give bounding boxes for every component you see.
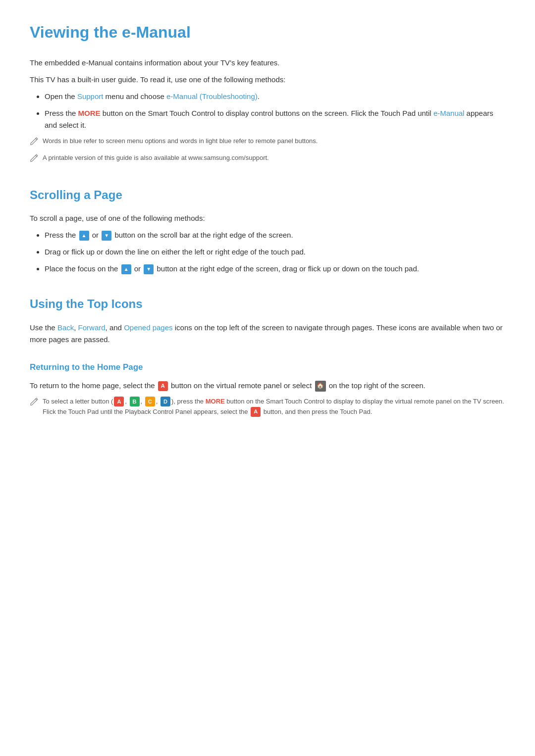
scroll-b1-end: button on the scroll bar at the right ed… <box>112 231 293 239</box>
intro-line2: This TV has a built-in user guide. To re… <box>30 74 505 86</box>
scroll-bullet-2: Drag or flick up or down the line on eit… <box>45 246 505 258</box>
bullet1-mid: menu and choose <box>103 92 166 101</box>
scroll-b1-or: or <box>90 231 101 239</box>
bullet-2: Press the MORE button on the Smart Touch… <box>45 107 505 131</box>
home-title: Returning to the Home Page <box>30 360 505 374</box>
arrow-up-1: ▲ <box>79 231 89 241</box>
bullet2-pre: Press the <box>45 109 78 117</box>
home-pre: To return to the home page, select the <box>30 381 157 390</box>
scroll-b3-pre: Place the focus on the <box>45 264 120 273</box>
pencil-icon-3 <box>30 397 39 409</box>
arrow-down-1: ▼ <box>102 231 111 241</box>
home-end: on the top right of the screen. <box>327 381 426 390</box>
emanual-link: e-Manual (Troubleshooting) <box>166 92 258 101</box>
home-note: To select a letter button (A, B, C, D), … <box>30 397 505 417</box>
home-note-sep3: , <box>156 398 160 405</box>
home-note-b: B <box>130 397 140 406</box>
intro-line1: The embedded e-Manual contains informati… <box>30 57 505 69</box>
top-icons-comma1: , <box>74 323 78 332</box>
scroll-b3-or: or <box>132 264 143 273</box>
home-note-mid: ), press the <box>171 398 206 405</box>
home-note-text: To select a letter button (A, B, C, D), … <box>43 397 505 417</box>
home-intro: To return to the home page, select the A… <box>30 380 505 392</box>
bullet1-pre: Open the <box>45 92 77 101</box>
forward-link: Forward <box>78 323 106 332</box>
home-note-pre: To select a letter button ( <box>43 398 113 405</box>
page-title: Viewing the e-Manual <box>30 20 505 45</box>
more-button-ref: MORE <box>78 109 101 117</box>
home-note-c: C <box>145 397 155 406</box>
bullet-1: Open the Support menu and choose e-Manua… <box>45 91 505 102</box>
scroll-bullet-3: Place the focus on the ▲ or ▼ button at … <box>45 263 505 275</box>
top-icons-title: Using the Top Icons <box>30 295 505 313</box>
top-icons-intro: Use the Back, Forward, and Opened pages … <box>30 322 505 346</box>
home-icon: 🏠 <box>315 381 326 392</box>
bullet2-mid: button on the Smart Touch Control to dis… <box>101 109 433 117</box>
intro-bullets: Open the Support menu and choose e-Manua… <box>45 91 505 131</box>
pencil-icon-2 <box>30 153 39 166</box>
scroll-bullet-1: Press the ▲ or ▼ button on the scroll ba… <box>45 229 505 241</box>
opened-link: Opened pages <box>124 323 172 332</box>
emanual-link-2: e-Manual <box>433 109 465 117</box>
home-note-a: A <box>114 397 124 406</box>
scrolling-intro: To scroll a page, use of one of the foll… <box>30 212 505 224</box>
note-1: Words in blue refer to screen menu optio… <box>30 136 505 149</box>
scroll-b3-end: button at the right edge of the screen, … <box>155 264 419 273</box>
note-2-text: A printable version of this guide is als… <box>43 153 269 163</box>
home-note-final: button, and then press the Touch Pad. <box>262 408 372 415</box>
home-note-a2: A <box>251 407 261 417</box>
more-btn-ref2: MORE <box>206 398 225 405</box>
bullet1-end: . <box>258 92 260 101</box>
back-link: Back <box>57 323 74 332</box>
top-icons-pre: Use the <box>30 323 57 332</box>
note-2: A printable version of this guide is als… <box>30 153 505 166</box>
scrolling-bullets: Press the ▲ or ▼ button on the scroll ba… <box>45 229 505 275</box>
scrolling-title: Scrolling a Page <box>30 186 505 204</box>
top-icons-comma2: , and <box>106 323 124 332</box>
pencil-icon-1 <box>30 137 39 149</box>
home-note-d: D <box>160 397 170 406</box>
support-link: Support <box>77 92 104 101</box>
scroll-b1-pre: Press the <box>45 231 78 239</box>
home-note-sep1: , <box>125 398 128 405</box>
note-1-text: Words in blue refer to screen menu optio… <box>43 136 318 147</box>
arrow-down-2: ▼ <box>144 264 154 274</box>
arrow-up-2: ▲ <box>121 264 131 274</box>
home-mid: button on the virtual remote panel or se… <box>169 381 314 390</box>
a-button-ref: A <box>158 381 168 391</box>
home-note-sep2: , <box>141 398 144 405</box>
